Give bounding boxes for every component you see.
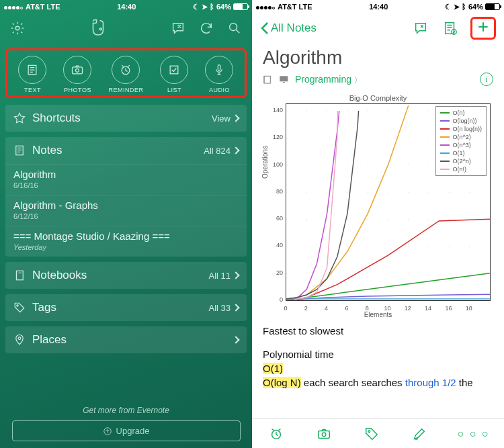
chevron-right-icon <box>232 336 239 343</box>
svg-point-69 <box>408 246 409 247</box>
chart-title: Big-O Complexity <box>263 94 493 102</box>
svg-point-87 <box>449 191 450 192</box>
settings-button[interactable] <box>8 19 27 38</box>
quick-audio-button[interactable]: AUDIO <box>205 56 233 93</box>
svg-point-59 <box>388 300 388 301</box>
search-button[interactable] <box>225 19 244 38</box>
svg-point-20 <box>286 273 287 273</box>
note-detail-screen: AT&T LTE 14:40 ☾ ➤ ᛒ 64% All Notes Algor… <box>252 0 504 448</box>
svg-point-27 <box>306 300 307 301</box>
chat-button[interactable] <box>169 19 187 38</box>
svg-point-81 <box>429 138 429 138</box>
svg-rect-10 <box>17 271 24 280</box>
section-title: Shortcuts <box>32 111 81 125</box>
svg-point-32 <box>306 165 307 165</box>
note-bottom-toolbar: ○ ○ ○ <box>252 418 504 448</box>
battery-icon <box>233 3 248 10</box>
evernote-home-screen: AT&T LTE 14:40 ☾ ➤ ᛒ 64% TEXT PHOTOS REM… <box>0 0 252 448</box>
note-row[interactable]: Algorithm6/16/16 <box>5 164 247 195</box>
svg-point-41 <box>327 138 327 138</box>
svg-point-0 <box>15 26 19 30</box>
bluetooth-icon: ᛒ <box>462 3 466 11</box>
notebooks-section[interactable]: NotebooksAll 11 <box>5 262 247 289</box>
svg-point-39 <box>327 191 327 192</box>
dnd-icon: ☾ <box>445 3 452 11</box>
svg-point-82 <box>429 111 429 111</box>
bluetooth-icon: ᛒ <box>210 3 214 11</box>
svg-rect-18 <box>283 82 285 83</box>
note-row[interactable]: === Montage Studio / Kaazing ===Yesterda… <box>5 226 247 257</box>
section-title: Tags <box>32 301 56 314</box>
svg-point-29 <box>306 246 307 247</box>
svg-rect-7 <box>171 66 179 74</box>
notebook-link[interactable]: Programming 〉 <box>295 74 362 85</box>
reminder-button[interactable] <box>267 424 286 443</box>
svg-point-31 <box>306 191 307 192</box>
info-button[interactable]: i <box>480 73 493 86</box>
new-note-button[interactable] <box>470 17 496 40</box>
chevron-right-icon <box>232 146 239 154</box>
svg-point-83 <box>449 300 450 301</box>
quick-list-button[interactable]: LIST <box>160 56 188 93</box>
svg-rect-8 <box>218 65 220 71</box>
home-footer: Get more from Evernote Upgrade <box>0 406 252 441</box>
notebook-icon <box>263 75 274 84</box>
svg-point-78 <box>429 219 429 220</box>
svg-point-91 <box>469 300 470 301</box>
svg-point-72 <box>408 165 409 165</box>
camera-button[interactable] <box>314 424 333 443</box>
svg-point-22 <box>286 219 287 220</box>
home-toolbar <box>0 13 252 43</box>
svg-point-73 <box>408 138 409 138</box>
quick-text-button[interactable]: TEXT <box>18 56 46 93</box>
svg-point-5 <box>76 69 79 72</box>
svg-point-37 <box>327 246 327 247</box>
svg-point-1 <box>99 28 101 30</box>
quick-reminder-button[interactable]: REMINDER <box>108 56 143 93</box>
hyperlink[interactable]: through 1/2 <box>405 377 456 388</box>
svg-point-47 <box>347 191 347 192</box>
notes-header[interactable]: NotesAll 824 <box>5 137 247 164</box>
svg-point-43 <box>347 300 347 301</box>
svg-point-70 <box>408 219 409 220</box>
quick-photos-button[interactable]: PHOTOS <box>63 56 91 93</box>
more-button[interactable]: ○ ○ ○ <box>458 428 490 440</box>
network-label: LTE <box>299 3 312 11</box>
svg-point-95 <box>469 191 470 192</box>
svg-point-93 <box>469 246 470 247</box>
shortcuts-section[interactable]: ShortcutsView <box>5 105 247 132</box>
svg-point-55 <box>368 191 368 192</box>
notes-section: NotesAll 824 Algorithm6/16/16 Algorithm … <box>5 137 247 257</box>
svg-point-86 <box>449 219 450 220</box>
svg-point-42 <box>327 111 327 111</box>
svg-point-92 <box>469 273 470 273</box>
note-title[interactable]: Algorithm <box>252 43 504 70</box>
note-options-button[interactable] <box>441 19 460 38</box>
clock: 14:40 <box>369 3 388 11</box>
sync-button[interactable] <box>197 19 216 38</box>
places-section[interactable]: Places <box>5 326 247 353</box>
tags-section[interactable]: TagsAll 33 <box>5 294 247 321</box>
note-row[interactable]: Algorithm - Graphs6/12/16 <box>5 195 247 226</box>
edit-button[interactable] <box>410 424 429 443</box>
highlight: O(log N) <box>263 377 301 388</box>
svg-point-48 <box>347 165 347 165</box>
svg-point-85 <box>449 246 450 247</box>
svg-point-52 <box>368 273 368 273</box>
upgrade-button[interactable]: Upgrade <box>12 420 241 441</box>
back-button[interactable]: All Notes <box>260 21 317 35</box>
chevron-right-icon <box>232 114 239 122</box>
note-body[interactable]: Fastest to slowest Polynomial time O(1) … <box>252 321 504 392</box>
tag-button[interactable] <box>362 424 381 443</box>
svg-point-77 <box>429 246 429 247</box>
highlight: O(1) <box>263 363 283 374</box>
note-metadata-bar: Programming 〉 i <box>252 70 504 91</box>
battery-icon <box>485 3 500 10</box>
chat-button[interactable] <box>411 19 430 38</box>
x-axis-label: Elements <box>364 311 392 318</box>
svg-point-44 <box>347 273 347 273</box>
svg-point-76 <box>429 273 429 273</box>
chevron-right-icon <box>232 271 239 279</box>
carrier-label: AT&T <box>26 3 45 11</box>
svg-point-84 <box>449 273 450 273</box>
